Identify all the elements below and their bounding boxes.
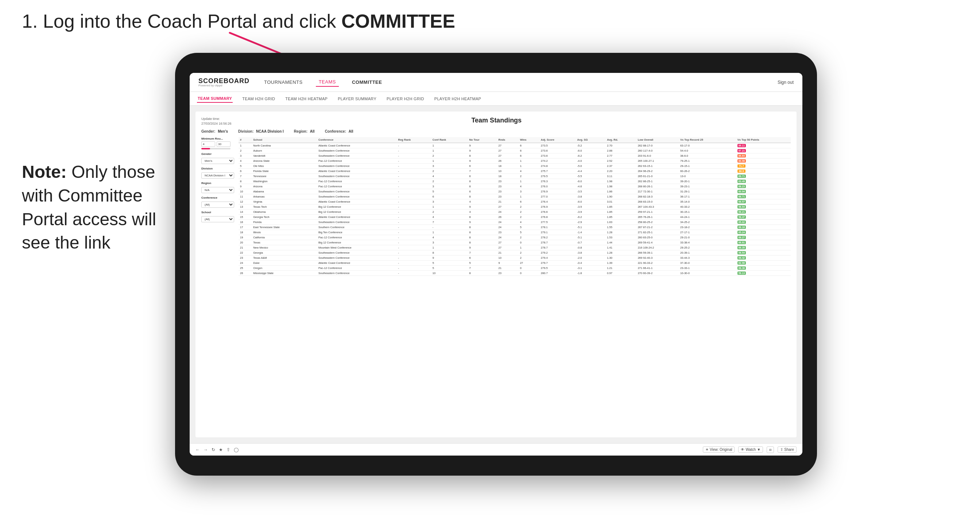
subnav-player-summary[interactable]: PLAYER SUMMARY bbox=[337, 95, 377, 102]
conference-select[interactable]: (All) bbox=[201, 202, 234, 208]
cell-avg-rd: 1.21 bbox=[605, 266, 636, 271]
cell-reg-rank: - bbox=[397, 215, 431, 220]
toolbar-share-small-icon[interactable]: ⇧ bbox=[226, 447, 230, 452]
cell-avg-sg: -6.2 bbox=[576, 154, 606, 159]
cell-rank: 3 bbox=[239, 154, 251, 159]
min-rounds-max[interactable] bbox=[216, 141, 231, 147]
cell-conference: Mountain West Conference bbox=[317, 245, 396, 250]
watch-btn[interactable]: 👁 Watch ▼ bbox=[738, 446, 763, 452]
min-rounds-min[interactable] bbox=[201, 141, 215, 147]
nav-sign-out[interactable]: Sign out bbox=[778, 80, 794, 85]
region-select[interactable]: N/A bbox=[201, 187, 234, 193]
tablet-screen: SCOREBOARD Powered by clippd TOURNAMENTS… bbox=[190, 73, 802, 456]
cell-vs25: 13-0 bbox=[679, 174, 736, 179]
cell-low-overall: 269 59-41-4 bbox=[636, 240, 679, 245]
cell-conference: Atlantic Coast Conference bbox=[317, 169, 396, 174]
cell-school: Georgia bbox=[251, 250, 317, 256]
subnav-team-summary[interactable]: TEAM SUMMARY bbox=[197, 95, 233, 103]
subnav-team-h2h-heatmap[interactable]: TEAM H2H HEATMAP bbox=[285, 95, 328, 102]
toolbar-bookmark-icon[interactable]: ★ bbox=[219, 447, 223, 452]
cell-conf-rank: 4 bbox=[431, 235, 468, 240]
cell-low-overall: 270 60-39-2 bbox=[636, 271, 679, 276]
col-avg-sg: Avg. SG bbox=[576, 137, 606, 143]
cell-school: Mississippi State bbox=[251, 271, 317, 276]
toolbar-forward-icon[interactable]: → bbox=[204, 447, 208, 452]
cell-rank: 18 bbox=[239, 230, 251, 235]
cell-rank: 23 bbox=[239, 256, 251, 260]
school-select[interactable]: (All) bbox=[201, 216, 234, 222]
cell-school: Oklahoma bbox=[251, 210, 317, 215]
table-row: 21 New Mexico Mountain West Conference -… bbox=[239, 245, 791, 250]
cell-avg-sg: -6.0 bbox=[576, 199, 606, 205]
cell-school: Duke bbox=[251, 260, 317, 266]
table-row: 26 Mississippi State Southeastern Confer… bbox=[239, 271, 791, 276]
cell-avg-rd: 1.98 bbox=[605, 184, 636, 189]
cell-reg-rank: - bbox=[397, 260, 431, 266]
subnav-player-h2h-grid[interactable]: PLAYER H2H GRID bbox=[386, 95, 425, 102]
view-original-btn[interactable]: ☀ View: Original bbox=[703, 446, 735, 452]
sidebar-filters: Minimum Rou... bbox=[201, 137, 234, 424]
table-row: 9 Arizona Pac-12 Conference - 3 8 23 4 2… bbox=[239, 184, 791, 189]
table-row: 11 Arkansas Southeastern Conference - 6 … bbox=[239, 194, 791, 199]
cell-vs25: 39-23-1 bbox=[679, 184, 736, 189]
cell-no-tour: 8 bbox=[468, 240, 497, 245]
subnav-player-h2h-heatmap[interactable]: PLAYER H2H HEATMAP bbox=[434, 95, 482, 102]
cell-adj-score: 278.7 bbox=[539, 240, 576, 245]
col-rank: # bbox=[239, 137, 251, 143]
cell-no-tour: 9 bbox=[468, 143, 497, 148]
cell-no-tour: 6 bbox=[468, 256, 497, 260]
table-row: 7 Tennessee Southeastern Conference - 4 … bbox=[239, 174, 791, 179]
cell-pts: 62.98 bbox=[736, 260, 791, 266]
cell-rnds: 18 bbox=[497, 174, 518, 179]
cell-avg-rd: 1.53 bbox=[605, 235, 636, 240]
division-select[interactable]: NCAA Division I bbox=[201, 172, 234, 179]
cell-school: Auburn bbox=[251, 148, 317, 154]
cell-conf-rank: 5 bbox=[431, 266, 468, 271]
nav-committee[interactable]: COMMITTEE bbox=[349, 78, 385, 86]
table-row: 18 Illinois Big Ten Conference - 1 8 23 … bbox=[239, 230, 791, 235]
cell-no-tour: 8 bbox=[468, 271, 497, 276]
nav-teams[interactable]: TEAMS bbox=[316, 78, 339, 87]
subnav-team-h2h-grid[interactable]: TEAM H2H GRID bbox=[242, 95, 276, 102]
cell-conf-rank: 10 bbox=[431, 271, 468, 276]
cell-no-tour: 8 bbox=[468, 179, 497, 184]
cell-conf-rank: 2 bbox=[431, 210, 468, 215]
cell-pts: 58.47 bbox=[736, 215, 791, 220]
table-row: 15 Georgia Tech Atlantic Coast Conferenc… bbox=[239, 215, 791, 220]
expand-btn[interactable]: ⧈ bbox=[767, 446, 774, 453]
gender-select[interactable]: Men's bbox=[201, 158, 234, 164]
table-row: 19 California Pac-12 Conference - 4 8 24… bbox=[239, 235, 791, 240]
scoreboard-logo: SCOREBOARD Powered by clippd bbox=[199, 78, 250, 87]
toolbar-refresh-icon[interactable]: ↻ bbox=[212, 447, 215, 452]
region-filter-group: Region N/A bbox=[201, 181, 234, 193]
cell-avg-sg: -2.9 bbox=[576, 220, 606, 225]
main-content: Update time: 27/03/2024 16:56:26 Team St… bbox=[190, 106, 802, 443]
cell-pts: 66.35 bbox=[736, 245, 791, 250]
cell-conference: Southeastern Conference bbox=[317, 174, 396, 179]
col-vs-top-50: Vs Top 50 Points bbox=[736, 137, 791, 143]
cell-vs25: 34-25-2 bbox=[679, 220, 736, 225]
cell-conf-rank: 3 bbox=[431, 240, 468, 245]
share-btn[interactable]: ⇧ Share bbox=[778, 446, 797, 452]
cell-avg-sg: -4.4 bbox=[576, 169, 606, 174]
cell-adj-score: 276.9 bbox=[539, 189, 576, 194]
logo-sub: Powered by clippd bbox=[199, 84, 250, 87]
nav-tournaments[interactable]: TOURNAMENTS bbox=[261, 78, 305, 86]
toolbar-clock-icon[interactable]: ◯ bbox=[234, 447, 239, 452]
cell-pts: 71.7 bbox=[736, 163, 791, 169]
cell-rank: 15 bbox=[239, 215, 251, 220]
cell-adj-score: 280.7 bbox=[539, 271, 576, 276]
cell-vs25: 39-20-1 bbox=[679, 179, 736, 184]
cell-no-tour: 7 bbox=[468, 266, 497, 271]
cell-wins: 2 bbox=[519, 250, 539, 256]
cell-pts: 68.21 bbox=[736, 210, 791, 215]
cell-vs25: 29-15-1 bbox=[679, 163, 736, 169]
cell-wins: 2 bbox=[519, 215, 539, 220]
toolbar-back-icon[interactable]: ← bbox=[196, 447, 200, 452]
cell-wins: 1 bbox=[519, 159, 539, 163]
cell-vs25: 33-44-3 bbox=[679, 256, 736, 260]
table-body: 1 North Carolina Atlantic Coast Conferen… bbox=[239, 143, 791, 276]
cell-school: Arizona State bbox=[251, 159, 317, 163]
cell-conference: Southeastern Conference bbox=[317, 250, 396, 256]
cell-rank: 8 bbox=[239, 179, 251, 184]
